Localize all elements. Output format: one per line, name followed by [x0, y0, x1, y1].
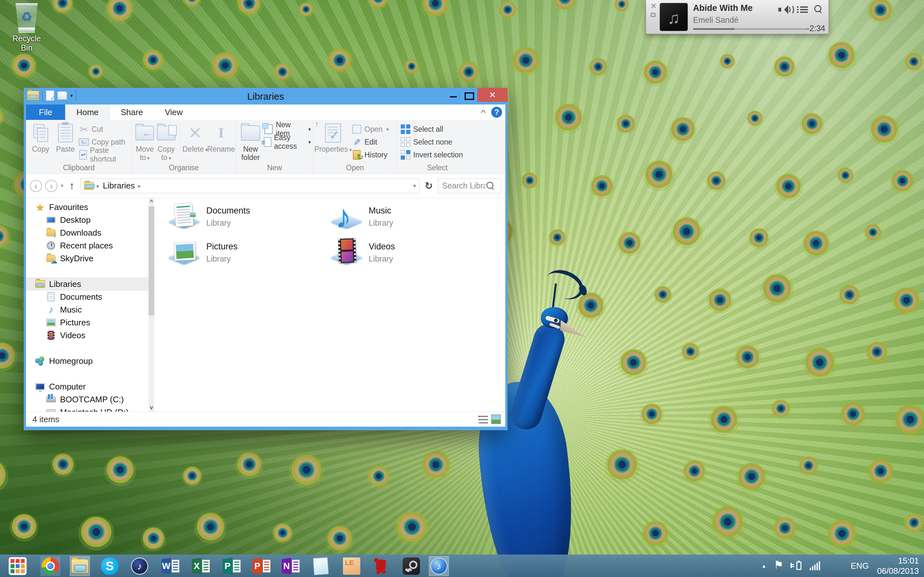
library-tile-music[interactable]: ♪ Music Library	[330, 201, 491, 235]
star-icon: ★	[36, 201, 45, 213]
new-item-button[interactable]: New item	[264, 124, 311, 135]
scrollbar-thumb[interactable]	[149, 206, 154, 316]
delete-button[interactable]: ✕ Delete	[184, 122, 206, 164]
taskbar-itunes[interactable]: ♪	[129, 556, 150, 576]
maximize-button[interactable]	[461, 88, 477, 102]
new-folder-button[interactable]: New folder	[239, 122, 262, 164]
sidebar-item-computer[interactable]: Computer	[26, 380, 154, 393]
library-tile-pictures[interactable]: Pictures Library	[168, 237, 328, 271]
action-center-flag-icon[interactable]	[774, 560, 782, 571]
sidebar-scrollbar[interactable]: ^ v	[149, 198, 154, 412]
help-button[interactable]: ?	[491, 107, 502, 118]
forward-button[interactable]: ›	[45, 180, 57, 192]
recycle-bin-icon: ♻	[14, 3, 39, 33]
sidebar-item-recent-places[interactable]: Recent places	[26, 239, 154, 252]
select-none-button[interactable]: Select none	[401, 137, 463, 147]
tab-file[interactable]: File	[26, 105, 65, 120]
scroll-down-chevron-icon[interactable]: v	[149, 404, 154, 411]
taskbar-powerpoint[interactable]: P	[252, 556, 271, 576]
breadcrumb-chevron-icon[interactable]: ▸	[97, 182, 100, 189]
copy-button[interactable]: Copy	[29, 122, 52, 164]
open-button[interactable]: Open	[352, 124, 389, 135]
copy-to-icon	[157, 126, 176, 140]
breadcrumb-libraries[interactable]: Libraries	[103, 181, 135, 191]
taskbar-chrome[interactable]	[40, 556, 60, 576]
paste-button[interactable]: Paste	[54, 122, 77, 164]
details-view-button[interactable]	[478, 414, 488, 424]
history-button[interactable]: History	[352, 149, 389, 160]
select-all-button[interactable]: Select all	[401, 124, 463, 135]
recycle-arrows-icon: ♻	[21, 9, 32, 24]
close-button[interactable]: ✕	[477, 88, 507, 102]
taskbar-red-app[interactable]	[371, 556, 391, 576]
breadcrumb-chevron-icon[interactable]: ▸	[138, 182, 141, 189]
tab-home[interactable]: Home	[65, 105, 110, 120]
clock[interactable]: 15:01 06/08/2013	[877, 556, 919, 576]
restore-window-icon[interactable]	[651, 13, 656, 17]
taskbar-publisher[interactable]: P	[222, 556, 242, 576]
taskbar-word[interactable]: W	[160, 556, 180, 576]
power-battery-icon[interactable]	[790, 561, 801, 571]
recent-locations-chevron-icon[interactable]: ▾	[61, 182, 63, 189]
sidebar-item-downloads[interactable]: ↓ Downloads	[26, 226, 154, 239]
playlist-icon[interactable]	[797, 5, 809, 14]
paste-shortcut-button[interactable]: Paste shortcut	[79, 149, 129, 160]
taskbar-onenote[interactable]: N	[281, 556, 300, 576]
sidebar-item-bootcamp[interactable]: BOOTCAMP (C:)	[26, 393, 154, 406]
search-icon[interactable]	[486, 182, 495, 190]
search-icon[interactable]	[814, 5, 822, 15]
start-icon	[9, 557, 27, 575]
search-input[interactable]	[441, 181, 486, 191]
library-tile-videos[interactable]: Videos Library	[330, 237, 491, 271]
tab-share[interactable]: Share	[110, 105, 153, 120]
language-indicator[interactable]: ENG	[851, 561, 869, 571]
taskbar-le-app[interactable]: LE	[342, 556, 362, 576]
sidebar-item-libraries[interactable]: Libraries	[26, 277, 154, 290]
sidebar-item-skydrive[interactable]: ☁ SkyDrive	[26, 252, 154, 265]
show-hidden-icons-chevron-icon[interactable]: ▴	[762, 562, 765, 569]
sidebar-item-videos[interactable]: Videos	[26, 329, 154, 342]
start-button[interactable]	[8, 556, 27, 576]
taskbar-skype[interactable]: S	[100, 556, 120, 576]
titlebar[interactable]: ▾ Libraries ✕	[24, 88, 507, 105]
copy-path-button[interactable]: \... Copy path	[79, 137, 129, 147]
recycle-bin-desktop-icon[interactable]: ♻ Recycle Bin	[6, 3, 47, 53]
taskbar-excel[interactable]: X	[191, 556, 211, 576]
minimize-button[interactable]	[445, 88, 461, 102]
progress-bar[interactable]	[693, 28, 808, 30]
address-dropdown-chevron-icon[interactable]: ▾	[413, 182, 416, 189]
cut-button[interactable]: ✂ Cut	[79, 124, 129, 135]
easy-access-button[interactable]: Easy access	[264, 137, 311, 147]
edit-button[interactable]: ✎ Edit	[352, 137, 389, 147]
back-button[interactable]: ‹	[30, 180, 42, 192]
up-button[interactable]: ↑	[69, 179, 75, 192]
sidebar-item-music[interactable]: ♪ Music	[26, 303, 154, 316]
taskbar-file-explorer[interactable]	[70, 556, 90, 576]
network-signal-icon[interactable]	[810, 561, 820, 570]
properties-button[interactable]: Properties	[317, 122, 350, 164]
sidebar-item-homegroup[interactable]: Homegroup	[26, 355, 154, 367]
search-box[interactable]	[438, 179, 501, 193]
move-to-button[interactable]: Move to	[135, 122, 155, 164]
taskbar-itunes-player[interactable]: ♪	[429, 556, 449, 576]
invert-selection-button[interactable]: Invert selection	[401, 149, 463, 160]
sidebar-item-documents[interactable]: Documents	[26, 290, 154, 303]
collapse-ribbon-chevron-icon[interactable]: ^	[480, 108, 486, 116]
taskbar-steam[interactable]	[401, 556, 421, 576]
large-icons-view-button[interactable]	[491, 414, 501, 424]
tab-view[interactable]: View	[154, 105, 194, 120]
file-list[interactable]: Documents Library ♪ Music Library Pictur…	[154, 198, 505, 412]
taskbar-notepad[interactable]	[311, 556, 331, 576]
close-icon[interactable]: ✕	[650, 3, 657, 10]
rename-button[interactable]: I Rename	[208, 122, 234, 164]
library-tile-documents[interactable]: Documents Library	[168, 201, 328, 235]
volume-icon[interactable]	[779, 5, 791, 15]
address-bar[interactable]: ▸ Libraries ▸ ▾	[81, 179, 420, 193]
sidebar-item-favourites[interactable]: ★ Favourites	[26, 201, 154, 213]
sidebar-item-pictures[interactable]: Pictures	[26, 316, 154, 329]
copy-to-button[interactable]: Copy to	[157, 122, 176, 164]
group-label-open: Open	[313, 163, 397, 172]
scroll-up-chevron-icon[interactable]: ^	[149, 199, 154, 205]
refresh-icon[interactable]: ↻	[425, 180, 433, 191]
sidebar-item-desktop[interactable]: Desktop	[26, 213, 154, 226]
